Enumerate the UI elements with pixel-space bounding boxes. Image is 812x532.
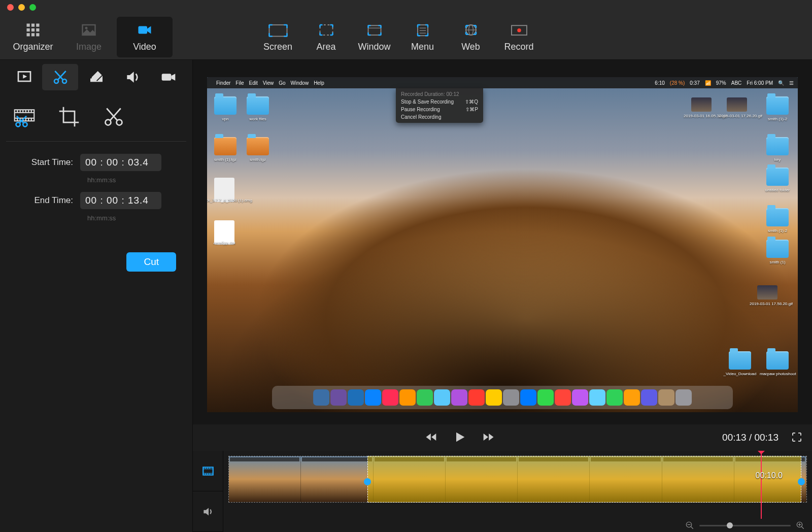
top-toolbar: Organizer Image Video Screen Area Window <box>0 14 812 60</box>
playback-controls: 00:13 / 00:13 <box>193 424 812 451</box>
timeline: 00:10.0 <box>193 451 812 532</box>
tab-camera[interactable] <box>150 64 186 90</box>
tool-tabs <box>6 64 186 90</box>
audio-track-button[interactable] <box>193 491 223 532</box>
edit-scissors[interactable] <box>98 102 129 132</box>
nav-image[interactable]: Image <box>61 17 117 57</box>
selection-start-handle[interactable] <box>364 478 371 485</box>
rewind-button[interactable] <box>424 430 438 446</box>
zoom-icon[interactable] <box>29 4 36 11</box>
dock-app-icon <box>417 389 433 406</box>
end-time-input[interactable]: 00 : 00 : 13.4 <box>80 192 161 209</box>
screen-icon <box>267 21 289 39</box>
start-time-label: Start Time: <box>12 157 73 168</box>
timeline-body[interactable]: 00:10.0 <box>223 451 812 532</box>
nav-label: Record <box>504 42 533 52</box>
dock-app-icon <box>555 389 571 406</box>
time-format-hint: hh:mm:ss <box>87 214 180 222</box>
mac-menubar: Finder File Edit View Go Window Help 6:1… <box>207 77 798 88</box>
dock-app-icon <box>503 389 519 406</box>
desktop-item: smith (1)-2 <box>766 96 789 115</box>
dock-app-icon <box>572 389 588 406</box>
dock-app-icon <box>451 389 467 406</box>
svg-rect-7 <box>31 33 35 36</box>
svg-rect-13 <box>320 25 332 35</box>
minimize-icon[interactable] <box>18 4 25 11</box>
dock-app-icon <box>330 389 347 406</box>
sidebar: Start Time: 00 : 00 : 03.4 hh:mm:ss End … <box>0 60 193 532</box>
tab-audio[interactable] <box>114 64 150 90</box>
cut-button[interactable]: Cut <box>126 252 176 272</box>
nav-label: Web <box>461 42 480 52</box>
tab-cut[interactable] <box>42 64 78 90</box>
dock-app-icon <box>348 389 364 406</box>
video-track-button[interactable] <box>193 451 223 491</box>
desktop-item: smith.tgz <box>247 137 269 155</box>
desktop-item: 2019-03-01 17.26.20.gif <box>727 97 747 112</box>
fast-forward-button[interactable] <box>481 430 495 446</box>
zoom-in-icon[interactable] <box>796 521 805 530</box>
desktop-item: smith (1).tgz <box>214 137 236 155</box>
recording-dropdown: Recorded Duration: 00:12 Stop & Save Rec… <box>396 88 483 123</box>
desktop-item: легейда.dat <box>214 220 234 245</box>
playhead[interactable] <box>761 451 762 519</box>
dock-app-icon <box>382 389 398 406</box>
nav-label: Screen <box>263 42 292 52</box>
dock-app-icon <box>399 389 416 406</box>
nav-label: Video <box>133 42 156 52</box>
nav-area[interactable]: Area <box>302 17 350 57</box>
edit-tools <box>6 93 186 142</box>
desktop-item: work files <box>247 96 269 115</box>
tab-gallery[interactable] <box>6 64 42 90</box>
menu-icon <box>412 21 434 39</box>
edit-trim-filmstrip[interactable] <box>9 102 40 132</box>
start-time-input[interactable]: 00 : 00 : 03.4 <box>80 154 161 171</box>
nav-label: Image <box>76 42 101 52</box>
tab-annotate[interactable] <box>78 64 114 90</box>
fullscreen-button[interactable] <box>791 431 803 445</box>
desktop-item: _Video_Download <box>729 351 751 370</box>
nav-label: Menu <box>411 42 434 52</box>
dropdown-item: Pause Recording⇧⌘P <box>396 106 483 113</box>
svg-rect-0 <box>27 24 30 27</box>
nav-organizer[interactable]: Organizer <box>5 17 61 57</box>
svg-point-24 <box>517 28 521 32</box>
end-time-label: End Time: <box>12 195 73 206</box>
dock-app-icon <box>434 389 450 406</box>
nav-web[interactable]: Web <box>447 17 495 57</box>
dock-app-icon <box>624 389 640 406</box>
close-icon[interactable] <box>7 4 14 11</box>
time-format-hint: hh:mm:ss <box>87 176 180 184</box>
dock-app-icon <box>675 389 692 406</box>
svg-rect-28 <box>161 74 171 80</box>
zoom-slider[interactable] <box>699 525 791 526</box>
play-button[interactable] <box>453 430 467 446</box>
svg-rect-48 <box>203 467 213 475</box>
globe-icon <box>460 21 482 39</box>
dock-app-icon <box>468 389 485 406</box>
dock-app-icon <box>589 389 605 406</box>
nav-video[interactable]: Video <box>117 17 173 57</box>
svg-point-46 <box>106 120 111 125</box>
selection-end-handle[interactable] <box>798 478 805 485</box>
timeline-selection[interactable] <box>367 456 801 503</box>
edit-crop[interactable] <box>54 102 84 132</box>
record-icon <box>508 21 530 39</box>
window-icon <box>363 21 386 39</box>
nav-label: Area <box>316 42 335 52</box>
video-camera-icon <box>133 21 156 39</box>
desktop-item: nelblick_3.7.7_d_5150 (1).dmg <box>214 178 234 202</box>
desktop-item: key <box>766 137 789 155</box>
zoom-out-icon[interactable] <box>685 521 694 530</box>
mac-dock <box>272 386 733 409</box>
time-display: 00:13 / 00:13 <box>722 432 779 443</box>
dock-app-icon <box>313 389 329 406</box>
svg-line-61 <box>801 526 804 529</box>
svg-rect-5 <box>36 28 39 31</box>
nav-menu[interactable]: Menu <box>398 17 447 57</box>
nav-label: Window <box>358 42 390 52</box>
video-preview[interactable]: Finder File Edit View Go Window Help 6:1… <box>207 77 798 412</box>
nav-record[interactable]: Record <box>495 17 543 57</box>
nav-window[interactable]: Window <box>350 17 398 57</box>
nav-screen[interactable]: Screen <box>254 17 302 57</box>
